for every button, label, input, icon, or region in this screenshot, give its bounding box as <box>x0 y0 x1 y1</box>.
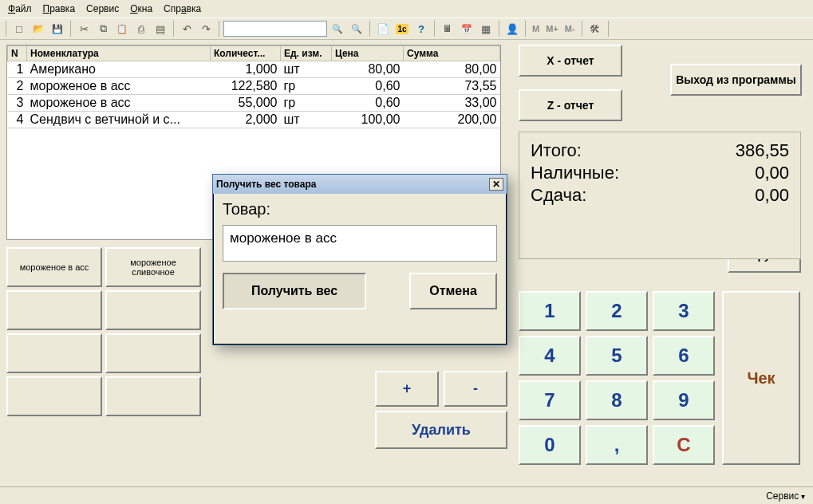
dialog-title: Получить вес товара <box>216 179 316 190</box>
toolbar: ▤ 📄 ▦ 👤 M M+ M- 🛠 <box>0 18 813 40</box>
quick-item-1[interactable]: мороженое сливочное <box>105 247 201 287</box>
user-icon[interactable]: 👤 <box>503 20 521 37</box>
exit-button[interactable]: Выход из программы <box>670 64 802 96</box>
menu-edit[interactable]: Правка <box>38 2 81 16</box>
keypad-,[interactable]: , <box>586 425 648 465</box>
qty-minus-button[interactable]: - <box>444 371 507 407</box>
status-service-menu[interactable]: Сервис <box>766 490 805 502</box>
tools-icon[interactable]: 🛠 <box>586 20 604 37</box>
quick-item-empty[interactable] <box>105 333 201 373</box>
keypad-5[interactable]: 5 <box>586 336 648 376</box>
calculator-icon[interactable] <box>439 20 456 37</box>
quick-item-0[interactable]: мороженое в асс <box>6 247 102 287</box>
print-preview-icon[interactable]: ▤ <box>152 20 169 37</box>
keypad-7[interactable]: 7 <box>519 380 581 420</box>
menu-bar: Файл Правка Сервис Окна Справка <box>0 0 813 18</box>
table-row[interactable]: 3мороженое в асс55,000гр0,6033,00 <box>8 95 500 112</box>
keypad-8[interactable]: 8 <box>586 380 648 420</box>
keypad-1[interactable]: 1 <box>519 291 581 331</box>
quick-item-empty[interactable] <box>6 376 102 416</box>
table-row[interactable]: 4Сендвич с ветчиной и с...2,000шт100,002… <box>8 112 500 128</box>
cash-value: 0,00 <box>755 163 789 183</box>
total-label: Итого: <box>531 140 582 161</box>
undo-icon[interactable] <box>178 20 195 37</box>
status-bar: Сервис <box>0 486 813 504</box>
keypad-3[interactable]: 3 <box>653 291 715 331</box>
change-label: Сдача: <box>531 185 586 206</box>
x-report-button[interactable]: X - отчет <box>519 45 622 77</box>
save-icon[interactable] <box>49 20 66 37</box>
z-report-button[interactable]: Z - отчет <box>519 89 622 121</box>
qty-plus-button[interactable]: + <box>375 371 439 407</box>
menu-file[interactable]: Файл <box>3 2 37 16</box>
delete-button[interactable]: Удалить <box>375 411 507 449</box>
keypad-C[interactable]: C <box>653 425 715 465</box>
quick-item-empty[interactable] <box>6 290 102 330</box>
keypad-9[interactable]: 9 <box>653 380 715 420</box>
menu-help[interactable]: Справка <box>159 2 206 16</box>
table-header-row: N Номенклатура Количест... Ед. изм. Цена… <box>8 46 500 61</box>
search-combo[interactable] <box>223 21 327 37</box>
help-icon[interactable] <box>412 20 430 37</box>
cut-icon[interactable] <box>75 20 93 37</box>
keypad-2[interactable]: 2 <box>586 291 648 331</box>
clipboard-icon[interactable]: 📄 <box>374 20 392 37</box>
new-icon[interactable] <box>10 20 28 37</box>
main-area: N Номенклатура Количест... Ед. изм. Цена… <box>0 40 813 488</box>
paste-icon[interactable] <box>113 20 131 37</box>
col-price[interactable]: Цена <box>332 46 404 61</box>
m-plus-button[interactable]: M+ <box>543 24 561 33</box>
col-name[interactable]: Номенклатура <box>27 46 211 61</box>
dialog-product-label: Товар: <box>223 200 497 219</box>
table-row[interactable]: 1Американо1,000шт80,0080,00 <box>8 61 500 78</box>
keypad-4[interactable]: 4 <box>519 336 581 376</box>
col-qty[interactable]: Количест... <box>211 46 281 61</box>
cancel-button[interactable]: Отмена <box>409 273 497 309</box>
col-uom[interactable]: Ед. изм. <box>281 46 332 61</box>
close-icon[interactable]: ✕ <box>489 178 503 191</box>
col-n[interactable]: N <box>8 46 27 61</box>
find-next-icon[interactable] <box>348 20 365 37</box>
find-prev-icon[interactable] <box>329 20 346 37</box>
get-weight-button[interactable]: Получить вес <box>223 273 366 309</box>
check-button[interactable]: Чек <box>722 291 800 465</box>
totals-panel: Итого: 386,55 Наличные: 0,00 Сдача: 0,00 <box>519 132 801 259</box>
quick-item-empty[interactable] <box>6 333 102 373</box>
grid-icon[interactable]: ▦ <box>477 20 495 37</box>
1c-icon[interactable] <box>393 20 411 37</box>
keypad-6[interactable]: 6 <box>653 336 715 376</box>
menu-windows[interactable]: Окна <box>125 2 157 16</box>
keypad-0[interactable]: 0 <box>519 425 581 465</box>
calendar-icon[interactable] <box>458 20 476 37</box>
total-value: 386,55 <box>736 140 789 161</box>
change-value: 0,00 <box>755 185 789 206</box>
dialog-titlebar[interactable]: Получить вес товара ✕ <box>213 175 507 194</box>
m-minus-button[interactable]: M- <box>562 24 578 33</box>
dialog-product-field[interactable]: мороженое в асс <box>223 225 497 262</box>
weight-dialog: Получить вес товара ✕ Товар: мороженое в… <box>212 174 507 345</box>
open-icon[interactable] <box>30 20 47 37</box>
menu-service[interactable]: Сервис <box>81 2 124 16</box>
copy-icon[interactable] <box>94 20 112 37</box>
quick-item-empty[interactable] <box>105 376 201 416</box>
print-icon[interactable] <box>132 20 150 37</box>
quick-item-empty[interactable] <box>105 290 201 330</box>
col-sum[interactable]: Сумма <box>404 46 500 61</box>
cash-label: Наличные: <box>531 163 619 183</box>
m-button[interactable]: M <box>530 24 542 33</box>
redo-icon[interactable] <box>197 20 215 37</box>
table-row[interactable]: 2мороженое в асс122,580гр0,6073,55 <box>8 78 500 95</box>
